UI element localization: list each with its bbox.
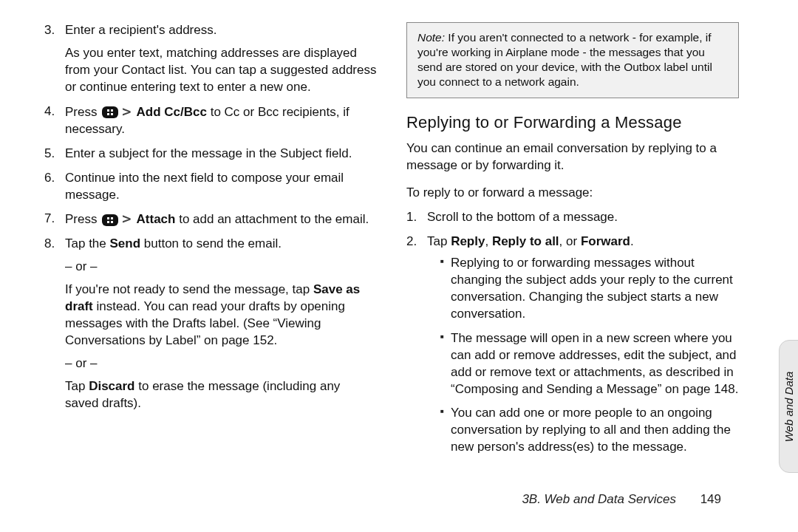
bold-text: Add Cc/Bcc — [133, 105, 207, 119]
procedure-heading: To reply to or forward a message: — [406, 185, 739, 202]
step-number: 8. — [44, 236, 65, 412]
bold-text: Discard — [89, 379, 134, 393]
chevron-right-icon: > — [121, 104, 132, 119]
text: Press — [65, 212, 100, 226]
step-body: Tap Reply, Reply to all, or Forward. Rep… — [427, 233, 739, 463]
step-body: Scroll to the bottom of a message. — [427, 209, 739, 226]
or-separator: – or – — [65, 259, 377, 276]
bold-text: Send — [110, 236, 141, 250]
step-number: 1. — [406, 209, 427, 226]
step-number: 4. — [44, 103, 65, 138]
manual-page: 3. Enter a recipient's address. As you e… — [44, 22, 754, 510]
page-number: 149 — [700, 492, 721, 506]
bullet-item: The message will open in a new screen wh… — [440, 330, 739, 398]
text: instead. You can read your drafts by ope… — [65, 299, 345, 347]
bullet-list: Replying to or forwarding messages witho… — [440, 255, 739, 456]
step-number: 3. — [44, 22, 65, 96]
compose-steps: 3. Enter a recipient's address. As you e… — [44, 22, 377, 412]
step-2: 2. Tap Reply, Reply to all, or Forward. … — [406, 233, 739, 463]
text: Enter a recipient's address. — [65, 23, 216, 37]
text: Tap — [65, 379, 89, 393]
step-body: Continue into the next field to compose … — [65, 170, 377, 204]
step-body: Press > Attach to add an attachment to t… — [65, 211, 377, 228]
section-heading: Replying to or Forwarding a Message — [406, 112, 739, 134]
text: As you enter text, matching addresses ar… — [65, 45, 377, 96]
step-7: 7. Press > Attach to add an attachment t… — [44, 211, 377, 228]
bold-text: Reply to all — [492, 234, 559, 248]
two-column-layout: 3. Enter a recipient's address. As you e… — [44, 22, 754, 471]
chevron-right-icon: > — [121, 211, 132, 226]
text: If you're not ready to send the message,… — [65, 282, 313, 296]
note-body: If you aren't connected to a network - f… — [417, 31, 712, 88]
step-body: Enter a recipient's address. As you ente… — [65, 22, 377, 96]
text: , or — [559, 234, 581, 248]
step-number: 7. — [44, 211, 65, 228]
section-thumb-tab: Web and Data — [779, 340, 798, 473]
or-separator: – or – — [65, 355, 377, 372]
text: Tap — [427, 234, 451, 248]
step-body: Enter a subject for the message in the S… — [65, 146, 377, 163]
bullet-item: Replying to or forwarding messages witho… — [440, 255, 739, 323]
step-1: 1. Scroll to the bottom of a message. — [406, 209, 739, 226]
text: , — [485, 234, 491, 248]
text: Press — [65, 105, 100, 119]
step-body: Tap the Send button to send the email. –… — [65, 236, 377, 412]
step-4: 4. Press > Add Cc/Bcc to Cc or Bcc recip… — [44, 103, 377, 138]
step-body: Press > Add Cc/Bcc to Cc or Bcc recipien… — [65, 103, 377, 138]
bold-text: Attach — [133, 212, 175, 226]
paragraph: Tap Discard to erase the message (includ… — [65, 378, 377, 412]
note-label: Note: — [417, 31, 445, 44]
lead-text: You can continue an email conversation b… — [406, 140, 739, 174]
step-3: 3. Enter a recipient's address. As you e… — [44, 22, 377, 96]
text: button to send the email. — [140, 236, 282, 250]
reply-steps: 1. Scroll to the bottom of a message. 2.… — [406, 209, 739, 463]
footer-section: 3B. Web and Data Services — [522, 492, 676, 506]
paragraph: If you're not ready to send the message,… — [65, 282, 377, 349]
step-number: 6. — [44, 170, 65, 204]
thumb-tab-label: Web and Data — [783, 371, 796, 442]
step-6: 6. Continue into the next field to compo… — [44, 170, 377, 204]
bold-text: Forward — [581, 234, 630, 248]
step-number: 2. — [406, 233, 427, 463]
step-8: 8. Tap the Send button to send the email… — [44, 236, 377, 412]
note-box: Note: If you aren't connected to a netwo… — [406, 22, 739, 98]
left-column: 3. Enter a recipient's address. As you e… — [44, 22, 377, 471]
paragraph: Tap the Send button to send the email. — [65, 236, 377, 253]
text: Tap the — [65, 236, 110, 250]
page-footer: 3B. Web and Data Services 149 — [522, 492, 721, 507]
step-number: 5. — [44, 146, 65, 163]
bold-text: Reply — [451, 234, 485, 248]
menu-icon — [102, 214, 118, 226]
text: . — [630, 234, 634, 248]
step-5: 5. Enter a subject for the message in th… — [44, 146, 377, 163]
menu-icon — [102, 106, 118, 118]
right-column: Note: If you aren't connected to a netwo… — [406, 22, 739, 471]
text: to add an attachment to the email. — [175, 212, 369, 226]
bullet-item: You can add one or more people to an ong… — [440, 405, 739, 456]
